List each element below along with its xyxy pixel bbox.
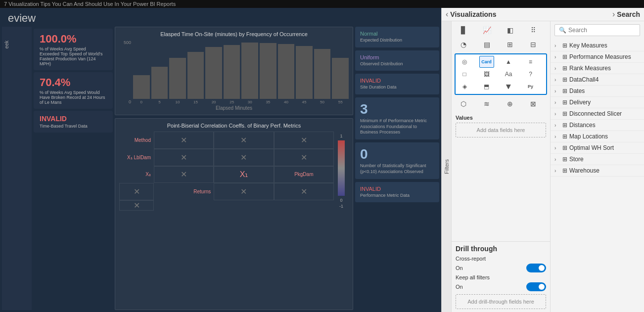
stat-label-uniform: Uniform	[360, 54, 434, 60]
viz-icon-table[interactable]: ⊞	[501, 38, 519, 51]
stat-value-4: 0	[360, 146, 434, 162]
field-group-header-rank[interactable]: › ⊞ Rank Measures	[551, 63, 644, 74]
corr-cell-02: ✕	[274, 132, 334, 149]
panel-nav-left[interactable]: ‹	[446, 10, 448, 19]
values-section: Values Add data fields here	[452, 112, 550, 241]
viz-icon-funnel[interactable]: ⯆	[501, 81, 516, 92]
viz-card-selected[interactable]: Card	[479, 56, 494, 68]
kpi-label-3: INVALID	[40, 115, 107, 123]
search-input[interactable]	[568, 27, 643, 34]
viz-icon-py[interactable]: Py	[523, 81, 538, 92]
keep-filters-toggle-row: On	[456, 282, 546, 291]
viz-icon-custom4[interactable]: ⊠	[524, 97, 542, 111]
viz-icon-text[interactable]: Aa	[501, 68, 516, 80]
drill-add-box[interactable]: Add drill-through fields here	[456, 294, 546, 309]
viz-icon-custom2[interactable]: ≋	[478, 97, 496, 111]
drill-section: Drill through Cross-report On Keep all f…	[452, 241, 550, 312]
field-group-header-perf[interactable]: › ⊞ Performance Measures	[551, 51, 644, 62]
table-icon-rank: ⊞	[562, 65, 567, 72]
field-group-header-distances[interactable]: › ⊞ Distances	[551, 120, 644, 131]
field-name-key-measures: Key Measures	[569, 42, 640, 49]
fields-list: › ⊞ Key Measures › ⊞ Performance Measure…	[551, 39, 644, 312]
panel-body: Filters ▊ 📈 ◧ ⠿ ◔ ▤ ⊞ ⊟ ◎ Card	[442, 21, 644, 312]
panel-nav-right[interactable]: ›	[612, 10, 615, 19]
cross-report-toggle[interactable]	[526, 264, 546, 272]
viz-icon-bar[interactable]: ▊	[455, 23, 472, 37]
field-group-header-store[interactable]: › ⊞ Store	[551, 154, 644, 165]
stat-card-normal: Normal Expected Distribution	[355, 27, 439, 47]
viz-icon-line[interactable]: 📈	[478, 23, 496, 37]
stat-sublabel-uniform: Observed Distribution	[360, 61, 434, 67]
field-group-header-optimal[interactable]: › ⊞ Optimal WH Sort	[551, 142, 644, 153]
corr-cell-00: ✕	[154, 132, 214, 149]
bar-4	[205, 47, 222, 99]
viz-icon-scatter[interactable]: ⠿	[524, 23, 542, 37]
corr-cell-12: ✕	[274, 149, 334, 166]
add-field-box[interactable]: Add data fields here	[456, 123, 546, 137]
cross-report-label: Cross-report	[456, 256, 486, 262]
viz-icon-pie[interactable]: ◔	[455, 38, 472, 51]
corr-chart-box: Point-Biserial Correlation Coeffs. of Bi…	[115, 118, 353, 310]
field-name-perf: Performance Measures	[569, 53, 640, 60]
field-name-store: Store	[569, 156, 640, 163]
corr-row-3: Returns	[154, 183, 214, 200]
viz-icon-area[interactable]: ◧	[501, 23, 519, 37]
keep-filters-toggle[interactable]	[526, 282, 546, 291]
table-icon-dates: ⊞	[562, 88, 567, 94]
stat-card-uniform: Uniform Observed Distribution	[355, 50, 439, 71]
chevron-warehouse: ›	[554, 168, 560, 174]
corr-row-2: X₂	[119, 166, 154, 183]
field-group-dates: › ⊞ Dates	[551, 86, 644, 97]
stat-card-invalid-2: INVALID Performance Metric Data	[355, 182, 439, 203]
search-box[interactable]: 🔍	[554, 24, 640, 36]
table-icon-key-measures: ⊞	[562, 42, 567, 49]
bar-1	[151, 67, 168, 99]
field-group-key-measures: › ⊞ Key Measures	[551, 40, 644, 51]
field-group-header-dates[interactable]: › ⊞ Dates	[551, 86, 644, 96]
bar-label-0: 0	[133, 100, 150, 104]
fields-panel: 🔍 › ⊞ Key Measures	[551, 21, 644, 312]
viz-icon-map[interactable]: ▤	[478, 38, 496, 51]
field-group-header-disconnected[interactable]: › ⊞ Disconnected Slicer	[551, 108, 644, 119]
viz-icon-kpi[interactable]: ▲	[501, 56, 516, 68]
corr-chart-title: Point-Biserial Correlation Coeffs. of Bi…	[119, 123, 349, 129]
corr-row-1: X₁ LblDam	[119, 149, 154, 166]
viz-icon-gauge[interactable]: ◎	[457, 56, 472, 68]
chevron-disconnected: ›	[554, 111, 560, 117]
viz-icon-qna[interactable]: ?	[523, 68, 538, 80]
table-icon-optimal: ⊞	[562, 144, 567, 151]
chevron-perf: ›	[554, 54, 560, 60]
bar-label-2: 10	[169, 100, 186, 104]
keep-filters-label: Keep all filters	[456, 274, 490, 280]
field-name-disconnected: Disconnected Slicer	[569, 110, 640, 117]
field-group-map-locations: › ⊞ Map Locations	[551, 131, 644, 142]
right-panel: ‹ Visualizations › Search Filters ▊ 📈 ◧ …	[441, 8, 644, 312]
field-group-header-key-measures[interactable]: › ⊞ Key Measures	[551, 40, 644, 51]
field-group-header-datachall4[interactable]: › ⊞ DataChall4	[551, 74, 644, 85]
field-name-distances: Distances	[569, 122, 640, 129]
table-icon-store: ⊞	[562, 156, 567, 163]
cross-report-toggle-row: On	[456, 264, 546, 272]
field-name-rank: Rank Measures	[569, 65, 640, 72]
field-name-delivery: Delivery	[569, 99, 640, 106]
viz-selected-group: ◎ Card ▲ ≡ □ 🖼 Aa ? ◈ ⬒ ⯆ Py	[455, 53, 547, 95]
viz-icon-decomp[interactable]: ◈	[457, 81, 472, 92]
viz-icon-custom3[interactable]: ⊕	[501, 97, 519, 111]
field-name-optimal: Optimal WH Sort	[569, 144, 640, 151]
filters-tab[interactable]: Filters	[442, 21, 452, 312]
viz-icon-matrix[interactable]: ⊟	[524, 38, 542, 51]
viz-icon-waterfall[interactable]: ⬒	[479, 81, 494, 92]
chevron-map: ›	[554, 134, 560, 139]
kpi-value-2: 70.4%	[40, 76, 107, 89]
field-group-optimal: › ⊞ Optimal WH Sort	[551, 142, 644, 154]
drill-title: Drill through	[456, 245, 546, 253]
stat-label-invalid-2: INVALID	[360, 186, 434, 192]
field-group-header-warehouse[interactable]: › ⊞ Warehouse	[551, 165, 644, 176]
field-group-header-delivery[interactable]: › ⊞ Delivery	[551, 97, 644, 108]
viz-icon-slicer[interactable]: ≡	[523, 56, 538, 68]
field-group-header-map[interactable]: › ⊞ Map Locations	[551, 131, 644, 142]
viz-icon-shape[interactable]: □	[457, 68, 472, 80]
viz-icon-image[interactable]: 🖼	[479, 68, 494, 80]
field-name-warehouse: Warehouse	[569, 167, 640, 174]
viz-icon-custom1[interactable]: ⬡	[455, 97, 472, 111]
